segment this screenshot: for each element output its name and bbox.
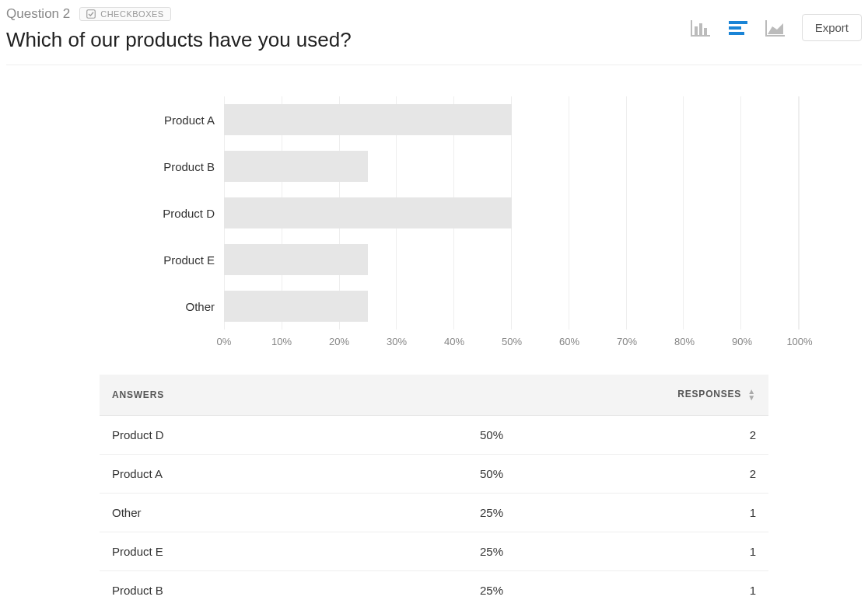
table-row: Product E25%1 — [100, 532, 768, 571]
table-row: Other25%1 — [100, 494, 768, 532]
svg-rect-6 — [729, 32, 744, 35]
chart-track — [224, 96, 800, 143]
cell-percent: 25% — [467, 532, 668, 571]
export-button[interactable]: Export — [802, 14, 862, 41]
question-header: Question 2 CHECKBOXES Which of our produ… — [6, 6, 862, 65]
chart-row: Product B — [146, 143, 800, 190]
axis-tick: 0% — [217, 336, 232, 347]
header-right: Export — [690, 6, 862, 41]
chart-type-toggle — [690, 19, 786, 37]
svg-rect-2 — [699, 23, 702, 36]
cell-answer: Product B — [100, 571, 467, 608]
chart-type-vertical-bar-icon[interactable] — [690, 19, 712, 37]
svg-rect-5 — [729, 26, 741, 30]
axis-tick: 20% — [329, 336, 349, 347]
chart-row: Product D — [146, 190, 800, 236]
chart-type-area-icon[interactable] — [765, 19, 786, 37]
chart-bar — [224, 104, 512, 135]
svg-rect-3 — [704, 28, 707, 36]
cell-percent: 50% — [467, 416, 668, 455]
question-title: Which of our products have you used? — [6, 28, 690, 52]
axis-tick: 80% — [674, 336, 695, 347]
chart-bar-label: Product B — [146, 160, 224, 173]
sort-icon: ▲▼ — [747, 389, 756, 401]
cell-answer: Product A — [100, 455, 467, 494]
cell-percent: 25% — [467, 494, 668, 532]
axis-tick: 50% — [502, 336, 522, 347]
chart-track — [224, 283, 800, 330]
header-responses[interactable]: RESPONSES ▲▼ — [467, 375, 768, 416]
chart-bar — [224, 197, 512, 228]
chart-bar — [224, 151, 368, 182]
cell-answer: Product E — [100, 532, 467, 571]
cell-count: 2 — [668, 455, 768, 494]
results-table-wrap: ANSWERS RESPONSES ▲▼ Product D50%2Produc… — [100, 375, 768, 607]
axis-tick: 30% — [387, 336, 407, 347]
axis-tick: 70% — [617, 336, 637, 347]
chart-bar-label: Other — [146, 300, 224, 313]
bar-chart: Product AProduct BProduct DProduct EOthe… — [6, 96, 862, 351]
cell-count: 1 — [668, 571, 768, 608]
chart-track — [224, 236, 800, 283]
cell-percent: 25% — [467, 571, 668, 608]
chart-row: Product A — [146, 96, 800, 143]
cell-count: 1 — [668, 494, 768, 532]
results-table: ANSWERS RESPONSES ▲▼ Product D50%2Produc… — [100, 375, 768, 607]
axis-tick: 10% — [271, 336, 292, 347]
svg-rect-1 — [695, 26, 698, 36]
chart-type-horizontal-bar-icon[interactable] — [727, 19, 749, 37]
table-header-row: ANSWERS RESPONSES ▲▼ — [100, 375, 768, 416]
table-row: Product D50%2 — [100, 416, 768, 455]
table-row: Product A50%2 — [100, 455, 768, 494]
chart-bar-label: Product E — [146, 253, 224, 267]
chart-row: Product E — [146, 236, 800, 283]
chart-bar-label: Product A — [146, 113, 224, 127]
meta-row: Question 2 CHECKBOXES — [6, 6, 690, 22]
header-left: Question 2 CHECKBOXES Which of our produ… — [6, 6, 690, 52]
x-axis: 0%10%20%30%40%50%60%70%80%90%100% — [146, 336, 800, 351]
axis-tick: 40% — [444, 336, 464, 347]
chart-bar-label: Product D — [146, 207, 224, 220]
chart-row: Other — [146, 283, 800, 330]
axis-tick: 60% — [559, 336, 579, 347]
chart-bar — [224, 244, 368, 275]
checkbox-icon — [86, 9, 96, 19]
axis-tick: 90% — [732, 336, 752, 347]
chart-track — [224, 143, 800, 190]
cell-percent: 50% — [467, 455, 668, 494]
type-badge-text: CHECKBOXES — [100, 9, 163, 19]
table-row: Product B25%1 — [100, 571, 768, 608]
svg-rect-0 — [87, 10, 96, 19]
cell-count: 2 — [668, 416, 768, 455]
axis-tick: 100% — [786, 336, 812, 347]
cell-answer: Other — [100, 494, 467, 532]
svg-rect-4 — [729, 21, 747, 24]
question-type-badge: CHECKBOXES — [79, 7, 170, 21]
cell-count: 1 — [668, 532, 768, 571]
header-answers[interactable]: ANSWERS — [100, 375, 467, 416]
question-number: Question 2 — [6, 6, 70, 22]
cell-answer: Product D — [100, 416, 467, 455]
chart-track — [224, 190, 800, 236]
chart-bar — [224, 291, 368, 322]
